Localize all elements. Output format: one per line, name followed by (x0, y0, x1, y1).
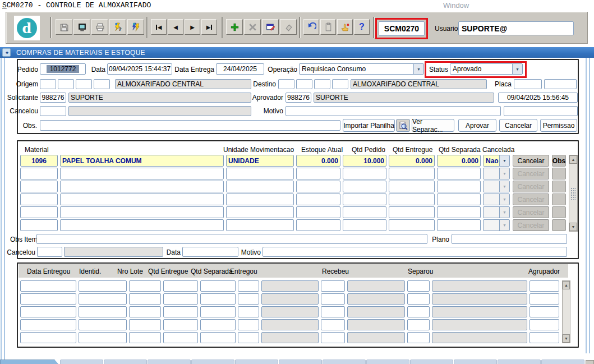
permissao-button[interactable]: Permissao (540, 119, 577, 132)
bottom-tab[interactable] (454, 360, 497, 364)
window-menu-label[interactable]: Window (443, 1, 469, 10)
material-code-cell[interactable] (20, 219, 58, 231)
destino-code-2[interactable] (296, 79, 312, 89)
bottom-tab-active[interactable] (0, 360, 59, 364)
delivery-qtd-separada-cell[interactable] (200, 332, 236, 343)
delivery-entregou-cell[interactable] (238, 280, 259, 292)
material-code-cell[interactable] (20, 181, 58, 192)
delivery-qtd-entregue-cell[interactable] (163, 319, 198, 330)
delivery-separou-cell[interactable] (407, 306, 430, 317)
ver-separacao-button[interactable]: Ver Separac... (412, 119, 454, 132)
material-name-cell[interactable] (60, 168, 224, 179)
delivery-separou-cell[interactable] (407, 293, 430, 305)
data-entrega-field[interactable]: 24/04/2025 (216, 63, 264, 75)
material-code-cell[interactable] (20, 206, 58, 218)
clear-record-button[interactable] (280, 19, 297, 35)
qtd-separada-cell[interactable] (437, 193, 481, 205)
delivery-nro-lote-cell[interactable] (129, 306, 161, 317)
delivery-nro-lote-cell[interactable] (129, 319, 161, 330)
estoque-atual-cell[interactable] (296, 206, 340, 218)
delivery-nro-lote-cell[interactable] (129, 280, 161, 292)
print-button[interactable] (91, 19, 108, 35)
help-button[interactable]: ? (354, 19, 370, 35)
estoque-atual-cell[interactable] (296, 193, 340, 205)
cancelada-combo[interactable]: Nao (483, 155, 510, 167)
qtd-pedido-cell[interactable]: 10.000 (343, 155, 386, 167)
bottom-tab[interactable] (541, 360, 584, 364)
estoque-atual-cell[interactable] (296, 181, 340, 192)
delivery-recebeu-cell[interactable] (321, 280, 345, 292)
pedido-field[interactable]: 1012772 (40, 63, 86, 75)
bottom-tab[interactable] (104, 360, 147, 364)
delivery-identid-cell[interactable] (79, 306, 127, 317)
bottom-tab[interactable] (191, 360, 234, 364)
data-field[interactable]: 09/04/2025 15:44:37 (107, 63, 172, 75)
delivery-data-entregou-cell[interactable] (20, 293, 76, 305)
delivery-entregou-cell[interactable] (238, 332, 259, 343)
bottom-tab[interactable] (323, 360, 366, 364)
aprovacao-datetime-field[interactable]: 09/04/2025 15:56:45 (498, 93, 578, 103)
delivery-nro-lote-cell[interactable] (129, 332, 161, 343)
module-code-field[interactable]: SCM0270 (379, 21, 425, 36)
placa-field-1[interactable] (514, 79, 542, 89)
motivo-extra-field[interactable] (504, 106, 578, 116)
qtd-pedido-cell[interactable] (343, 206, 386, 218)
chevron-down-icon[interactable] (499, 155, 509, 166)
next-record-button[interactable] (185, 19, 200, 35)
scrollbar-thumb[interactable] (570, 187, 576, 200)
delivery-qtd-entregue-cell[interactable] (163, 293, 198, 305)
estoque-atual-cell[interactable] (296, 219, 340, 231)
scroll-down-icon[interactable] (563, 334, 570, 343)
obs-field[interactable] (40, 120, 340, 131)
material-name-cell[interactable] (60, 206, 224, 218)
delivery-recebeu-cell[interactable] (321, 319, 345, 330)
delivery-agrupador-cell[interactable] (529, 332, 559, 343)
delivery-data-entregou-cell[interactable] (20, 319, 76, 330)
importar-lookup-button[interactable] (396, 119, 410, 132)
delivery-qtd-entregue-cell[interactable] (163, 280, 198, 292)
edit-record-button[interactable] (262, 19, 279, 35)
qtd-entregue-cell[interactable] (389, 193, 435, 205)
motivo-field[interactable] (286, 106, 501, 116)
usuario-field[interactable]: SUPORTE@ (458, 21, 574, 35)
scroll-up-icon[interactable] (563, 281, 570, 289)
unidade-cell[interactable] (226, 193, 294, 205)
delivery-recebeu-cell[interactable] (321, 306, 345, 317)
qtd-pedido-cell[interactable] (343, 181, 386, 192)
qtd-entregue-cell[interactable] (389, 206, 435, 218)
estoque-atual-cell[interactable]: 0.000 (296, 155, 340, 167)
obs-item-field[interactable] (36, 234, 427, 244)
delivery-identid-cell[interactable] (79, 280, 127, 292)
delivery-qtd-separada-cell[interactable] (200, 319, 236, 330)
delivery-identid-cell[interactable] (79, 332, 127, 343)
qtd-separada-cell[interactable]: 0.000 (437, 155, 481, 167)
qtd-separada-cell[interactable] (437, 219, 481, 231)
delivery-qtd-separada-cell[interactable] (200, 306, 236, 317)
last-record-button[interactable] (201, 19, 217, 35)
undo-button[interactable] (303, 19, 319, 35)
plano-field[interactable] (452, 234, 567, 244)
delivery-qtd-separada-cell[interactable] (200, 280, 236, 292)
unidade-cell[interactable] (226, 168, 294, 179)
qtd-separada-cell[interactable] (437, 168, 481, 179)
operacao-combo[interactable]: Requisicao Consumo (299, 63, 424, 75)
aprovador-code-field[interactable]: 988276 (286, 93, 311, 103)
insert-record-button[interactable] (226, 19, 243, 35)
save-button[interactable] (56, 19, 72, 35)
row-obs-button[interactable]: Obs (552, 155, 566, 167)
delivery-entregou-cell[interactable] (238, 293, 259, 305)
form-window-icon[interactable] (2, 48, 11, 57)
material-code-cell[interactable] (20, 168, 58, 179)
delivery-identid-cell[interactable] (79, 319, 127, 330)
unidade-cell[interactable] (226, 181, 294, 192)
importar-planilha-button[interactable]: Importar Planilha (343, 119, 395, 132)
origem-code-1[interactable] (40, 79, 56, 89)
first-record-button[interactable] (151, 19, 167, 35)
delivery-identid-cell[interactable] (79, 293, 127, 305)
delivery-agrupador-cell[interactable] (529, 306, 559, 317)
destino-code-1[interactable] (278, 79, 294, 89)
placa-field-2[interactable] (544, 79, 577, 89)
chevron-down-icon[interactable] (512, 64, 522, 74)
bottom-tab[interactable] (366, 360, 409, 364)
qtd-separada-cell[interactable] (437, 181, 481, 192)
